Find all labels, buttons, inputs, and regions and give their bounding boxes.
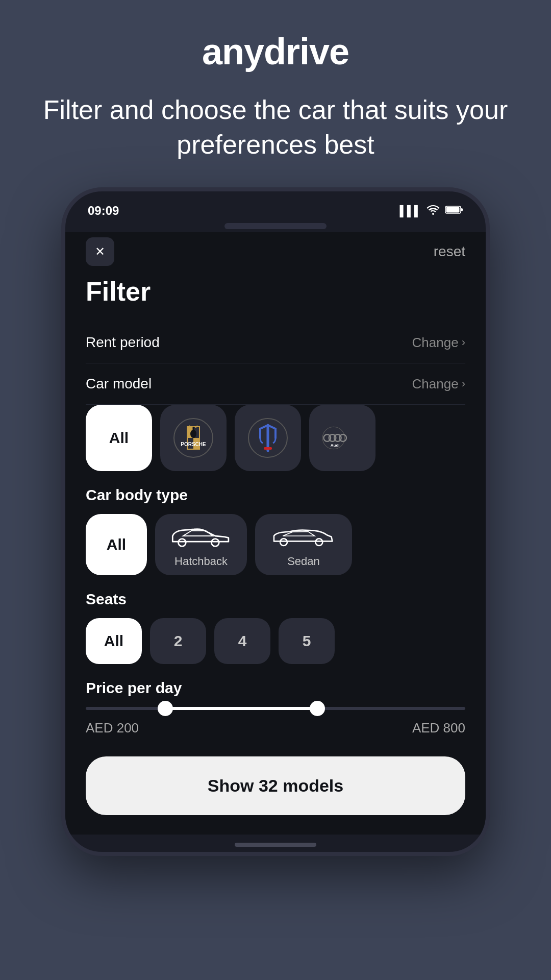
price-per-day-header: Price per day [86, 679, 465, 697]
car-body-type-header: Car body type [86, 486, 465, 504]
seats-row: All 2 4 5 [86, 618, 465, 664]
svg-point-7 [190, 430, 196, 438]
rent-period-change: Change [412, 335, 459, 351]
seat-5-label: 5 [303, 632, 311, 650]
status-bar: 09:09 ▌▌▌ [65, 191, 486, 223]
seat-chip-4[interactable]: 4 [214, 618, 270, 664]
rent-period-label: Rent period [86, 334, 160, 351]
rent-period-chevron-icon: › [462, 336, 465, 349]
status-time: 09:09 [88, 204, 119, 218]
svg-rect-1 [461, 208, 463, 211]
slider-track [86, 707, 465, 710]
battery-icon [445, 205, 463, 217]
home-indicator [235, 843, 316, 847]
brand-chip-porsche[interactable]: PORSCHE [160, 405, 227, 471]
svg-point-25 [178, 539, 186, 547]
app-title: anydrive [202, 31, 349, 72]
brand-chip-audi[interactable]: Audi [309, 405, 375, 471]
svg-point-27 [280, 538, 287, 546]
sedan-icon [270, 521, 337, 551]
car-model-label: Car model [86, 376, 152, 392]
svg-point-28 [315, 538, 322, 546]
price-min-label: AED 200 [86, 720, 139, 736]
close-icon: ✕ [95, 244, 105, 259]
rent-period-action[interactable]: Change › [412, 335, 465, 351]
seat-4-label: 4 [238, 632, 247, 650]
body-type-chip-all[interactable]: All [86, 514, 147, 575]
show-models-button[interactable]: Show 32 models [86, 756, 465, 815]
car-model-action[interactable]: Change › [412, 376, 465, 392]
filter-title: Filter [86, 276, 465, 307]
slider-thumb-min[interactable] [158, 701, 173, 716]
svg-text:PORSCHE: PORSCHE [181, 442, 206, 447]
price-max-label: AED 800 [412, 720, 465, 736]
slider-fill [165, 707, 317, 710]
porsche-icon: PORSCHE [173, 418, 214, 458]
phone-frame: 09:09 ▌▌▌ ✕ reset [61, 187, 490, 856]
brands-row: All PORSCHE [86, 405, 465, 471]
seat-chip-all[interactable]: All [86, 618, 142, 664]
car-model-chevron-icon: › [462, 377, 465, 390]
wifi-icon [427, 205, 440, 217]
svg-rect-18 [264, 447, 272, 450]
app-tagline: Filter and choose the car that suits you… [41, 93, 510, 162]
close-button[interactable]: ✕ [86, 237, 114, 266]
signal-icon: ▌▌▌ [399, 205, 421, 217]
audi-icon: Audi [322, 418, 363, 458]
filter-screen: ✕ reset Filter Rent period Change › Car … [65, 232, 486, 835]
svg-point-26 [211, 539, 219, 547]
car-model-row: Car model Change › [86, 363, 465, 405]
seat-2-label: 2 [174, 632, 183, 650]
brand-chip-all[interactable]: All [86, 405, 152, 471]
seat-all-label: All [104, 632, 123, 650]
maserati-icon [247, 418, 288, 458]
seat-chip-2[interactable]: 2 [150, 618, 206, 664]
seats-header: Seats [86, 591, 465, 608]
brand-chip-maserati[interactable] [235, 405, 301, 471]
body-type-chip-hatchback[interactable]: Hatchback [155, 514, 247, 575]
price-slider-container: AED 200 AED 800 [86, 707, 465, 736]
brand-all-label: All [109, 429, 129, 447]
reset-button[interactable]: reset [434, 243, 465, 260]
car-model-change: Change [412, 376, 459, 392]
body-types-row: All Hatchback [86, 514, 465, 575]
seat-chip-5[interactable]: 5 [279, 618, 335, 664]
hatchback-label: Hatchback [174, 555, 228, 568]
body-type-all-label: All [107, 536, 126, 553]
svg-text:Audi: Audi [331, 443, 340, 448]
status-icons: ▌▌▌ [399, 205, 463, 217]
filter-top-controls: ✕ reset [86, 237, 465, 266]
body-type-chip-sedan[interactable]: Sedan [255, 514, 352, 575]
slider-thumb-max[interactable] [310, 701, 325, 716]
price-labels: AED 200 AED 800 [86, 720, 465, 736]
sedan-label: Sedan [287, 555, 320, 568]
svg-rect-2 [446, 207, 460, 212]
rent-period-row: Rent period Change › [86, 322, 465, 363]
phone-notch [224, 223, 327, 229]
hatchback-icon [168, 521, 234, 551]
